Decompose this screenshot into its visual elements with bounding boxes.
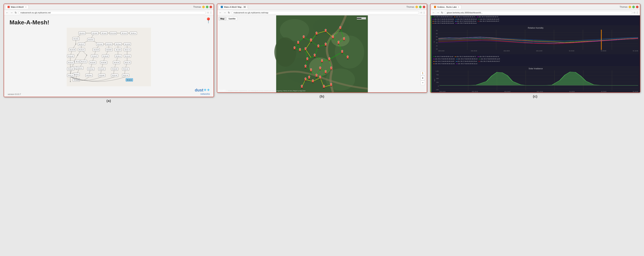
- tab-close-c[interactable]: ✕: [458, 6, 459, 8]
- svg-point-262: [319, 78, 321, 80]
- svg-point-216: [340, 26, 341, 28]
- close-btn-c[interactable]: [636, 6, 638, 8]
- legend-mid-dot-10: [456, 64, 458, 64]
- back-btn-a[interactable]: ←: [6, 11, 9, 14]
- y-label-60: 60: [436, 33, 438, 34]
- humidity-svg: [438, 30, 638, 50]
- legend-mid-dot-7: [456, 61, 457, 62]
- svg-point-199: [316, 35, 318, 36]
- svg-text:60-38-60: 60-38-60: [106, 49, 112, 50]
- svg-point-228: [341, 50, 343, 52]
- svg-point-225: [325, 43, 326, 44]
- svg-text:30-01-72: 30-01-72: [125, 49, 130, 50]
- svg-text:30-25-46: 30-25-46: [94, 49, 99, 50]
- mesh-main-title: Make-A-Mesh!: [4, 16, 214, 28]
- dust-logo-text: dust✦✦: [195, 88, 210, 92]
- y-solar-1k: 1.0K: [436, 70, 439, 72]
- settings-icon-a[interactable]: ⋮: [210, 11, 212, 14]
- zoom-plus-btn[interactable]: +: [420, 76, 425, 80]
- x-solar-1: 8/31 00:00: [472, 91, 478, 92]
- tab-close-a[interactable]: ✕: [25, 6, 26, 8]
- reload-btn-b[interactable]: ↻: [228, 11, 230, 14]
- reload-btn-c[interactable]: ↻: [441, 11, 444, 14]
- minimize-btn-c[interactable]: [628, 6, 631, 8]
- svg-text:55-ca-1f: 55-ca-1f: [76, 61, 80, 62]
- forward-btn-c[interactable]: →: [436, 11, 440, 14]
- url-box-c[interactable]: glaser.berkeley.edu:3000/dashboard/d...: [445, 11, 632, 14]
- svg-point-223: [325, 46, 327, 46]
- svg-point-261: [316, 74, 317, 76]
- minimize-btn-a[interactable]: [202, 6, 205, 8]
- zoom-pegman[interactable]: 🚶: [420, 71, 425, 76]
- legend-label-2: s3x: 00-17-0d-00-00-38-3d-7d: [479, 16, 498, 18]
- settings-icon-b[interactable]: ⋮: [423, 11, 425, 14]
- url-box-a[interactable]: makeamesh.eu-gb.mybluemix.net: [18, 11, 206, 14]
- forward-btn-a[interactable]: →: [10, 11, 13, 14]
- mesh-footer: version 0.0.0.7 dust✦✦ networks: [4, 86, 214, 97]
- legend-mid-label-10: s3x: 00-17-0d-00-00-60-2a-ce: [458, 63, 477, 64]
- svg-point-244: [330, 70, 332, 70]
- tab-close-b[interactable]: ✕: [247, 6, 248, 8]
- maximize-btn-b[interactable]: [419, 6, 422, 8]
- svg-point-229: [347, 58, 349, 59]
- svg-point-213: [343, 38, 345, 39]
- x-label-1: 8/31 00:00: [471, 50, 477, 54]
- maximize-btn-c[interactable]: [632, 6, 635, 8]
- google-text: Google: [219, 89, 226, 91]
- tab-c[interactable]: Grafana - Bucks Lake ✕: [432, 5, 461, 8]
- back-btn-b[interactable]: ←: [219, 11, 222, 14]
- legend-item-10: s3x: 00-17-0d-00-00-60-2a-ce: [455, 22, 477, 24]
- url-box-b[interactable]: makeamesh.eu-gb.mybluemix.net/map: [232, 11, 419, 14]
- tab-b[interactable]: Make-A-Mesh! Map - 3D ✕: [219, 5, 248, 8]
- maximize-btn-a[interactable]: [206, 6, 208, 8]
- svg-point-259: [316, 77, 318, 78]
- browser-window-a: Make-A-Mesh! ✕ Thomas ← → ↻ makeamesh.eu…: [4, 4, 214, 97]
- minimize-btn-b[interactable]: [416, 6, 418, 8]
- svg-text:60-2a-4d: 60-2a-4d: [68, 56, 73, 57]
- x-solar-2: 8/31 08:00: [504, 91, 510, 92]
- addr-icons-b: ☆ ⋮: [420, 11, 425, 14]
- x-axis-humidity: 8/30 16:00 8/31 00:00 8/31 08:00 8/31 16…: [438, 50, 638, 54]
- back-btn-c[interactable]: ←: [432, 11, 435, 14]
- legend-label-5: s3x: 00-17-0d-00-00-60-1a-f0: [480, 18, 499, 20]
- bookmark-icon-c[interactable]: ☆: [633, 11, 636, 14]
- zoom-minus-btn[interactable]: −: [420, 81, 425, 85]
- map-btn-map[interactable]: Map: [219, 17, 226, 20]
- bookmark-icon-a[interactable]: ☆: [207, 11, 209, 14]
- legend-mid-dot-6: [433, 61, 435, 62]
- settings-icon-c[interactable]: ⋮: [636, 11, 638, 14]
- legend-dot-3: [432, 19, 434, 20]
- svg-text:60-1a-af: 60-1a-af: [102, 32, 106, 34]
- legend-item-0: rh: 00-17-0d-00-00-60-1e-af: [432, 16, 452, 18]
- tab-label-b: Make-A-Mesh! Map - 3D: [224, 6, 246, 8]
- svg-text:60-3d-41: 60-3d-41: [116, 56, 121, 57]
- svg-point-288: [323, 85, 325, 87]
- chart-solar: Solar Irradiance 1.0K 750 500 250 0 -250: [432, 66, 639, 92]
- y-axis-humidity: 70 60 50 40 30 20 10: [433, 30, 438, 50]
- y-label-40: 40: [436, 39, 438, 40]
- reload-btn-a[interactable]: ↻: [14, 11, 17, 14]
- svg-point-291: [330, 83, 332, 85]
- svg-point-207: [332, 36, 334, 37]
- title-bar-a: Make-A-Mesh! ✕ Thomas: [4, 4, 214, 10]
- chart-solar-title: Solar Irradiance: [433, 68, 638, 70]
- legend-item-7: s3x: 00-17-0d-00-00-60-25-ee: [455, 20, 476, 22]
- close-btn-a[interactable]: [210, 6, 212, 8]
- forward-btn-b[interactable]: →: [223, 11, 226, 14]
- svg-point-283: [301, 88, 303, 89]
- svg-point-277: [299, 51, 301, 52]
- tab-a[interactable]: Make-A-Mesh! ✕: [6, 5, 28, 8]
- svg-text:60-40-44: 60-40-44: [114, 62, 119, 63]
- svg-point-238: [321, 62, 323, 63]
- close-btn-b[interactable]: [423, 6, 425, 8]
- svg-point-201: [316, 32, 317, 34]
- y-solar-750: 750: [436, 74, 439, 76]
- legend-dot-7: [455, 21, 456, 22]
- url-text-a: makeamesh.eu-gb.mybluemix.net: [20, 12, 50, 14]
- map-btn-satellite[interactable]: Satellite: [227, 17, 237, 20]
- svg-text:60-c8-44: 60-c8-44: [80, 32, 85, 34]
- svg-point-282: [303, 36, 304, 37]
- bookmark-icon-b[interactable]: ☆: [420, 11, 422, 14]
- x-label-6: 9/1 16:00: [633, 50, 638, 54]
- legend-label-3: s3x: 00-17-0d-00-00-38-3d-9d: [434, 18, 454, 20]
